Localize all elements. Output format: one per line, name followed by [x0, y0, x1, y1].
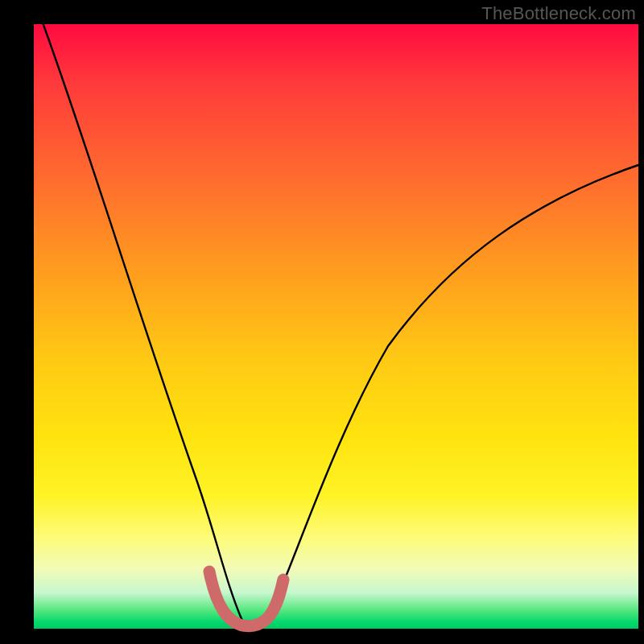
bottleneck-curve — [40, 16, 638, 625]
watermark-text: TheBottleneck.com — [481, 3, 636, 24]
chart-plot-area — [34, 24, 638, 629]
chart-curve-layer — [34, 24, 638, 629]
minimum-u-marker — [209, 572, 283, 626]
